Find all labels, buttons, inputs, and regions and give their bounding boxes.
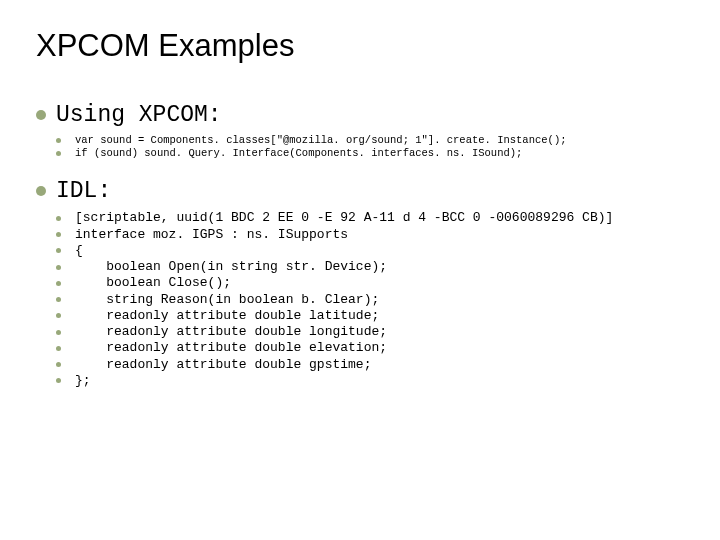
section-heading: IDL:	[56, 178, 111, 204]
code-line: readonly attribute double elevation;	[56, 340, 684, 356]
code-text: [scriptable, uuid(1 BDC 2 EE 0 -E 92 A-1…	[75, 210, 613, 226]
code-line: [scriptable, uuid(1 BDC 2 EE 0 -E 92 A-1…	[56, 210, 684, 226]
bullet-icon	[56, 248, 61, 253]
section-heading: Using XPCOM:	[56, 102, 222, 128]
code-text: {	[75, 243, 83, 259]
code-line: if (sound) sound. Query. Interface(Compo…	[56, 147, 684, 160]
code-line: {	[56, 243, 684, 259]
code-line: boolean Close();	[56, 275, 684, 291]
bullet-icon	[36, 186, 46, 196]
code-line: readonly attribute double gpstime;	[56, 357, 684, 373]
bullet-icon	[56, 232, 61, 237]
bullet-icon	[56, 265, 61, 270]
code-text: boolean Open(in string str. Device);	[75, 259, 387, 275]
bullet-icon	[56, 297, 61, 302]
code-text: readonly attribute double latitude;	[75, 308, 379, 324]
section-heading-row: Using XPCOM:	[36, 102, 684, 128]
bullet-icon	[56, 138, 61, 143]
code-text: readonly attribute double longitude;	[75, 324, 387, 340]
slide-title: XPCOM Examples	[36, 28, 684, 64]
code-text: readonly attribute double gpstime;	[75, 357, 371, 373]
bullet-icon	[56, 151, 61, 156]
code-block-idl: [scriptable, uuid(1 BDC 2 EE 0 -E 92 A-1…	[56, 210, 684, 389]
bullet-icon	[56, 313, 61, 318]
bullet-icon	[56, 330, 61, 335]
code-text: var sound = Components. classes["@mozill…	[75, 134, 566, 147]
code-line: interface moz. IGPS : ns. ISupports	[56, 227, 684, 243]
bullet-icon	[56, 346, 61, 351]
code-line: string Reason(in boolean b. Clear);	[56, 292, 684, 308]
code-text: string Reason(in boolean b. Clear);	[75, 292, 379, 308]
code-text: readonly attribute double elevation;	[75, 340, 387, 356]
code-text: boolean Close();	[75, 275, 231, 291]
section-heading-row: IDL:	[36, 178, 684, 204]
bullet-icon	[56, 378, 61, 383]
code-text: interface moz. IGPS : ns. ISupports	[75, 227, 348, 243]
code-line: readonly attribute double longitude;	[56, 324, 684, 340]
bullet-icon	[56, 216, 61, 221]
code-block-using: var sound = Components. classes["@mozill…	[56, 134, 684, 160]
bullet-icon	[56, 281, 61, 286]
code-text: };	[75, 373, 91, 389]
code-line: var sound = Components. classes["@mozill…	[56, 134, 684, 147]
bullet-icon	[36, 110, 46, 120]
code-text: if (sound) sound. Query. Interface(Compo…	[75, 147, 522, 160]
bullet-icon	[56, 362, 61, 367]
code-line: readonly attribute double latitude;	[56, 308, 684, 324]
code-line: };	[56, 373, 684, 389]
code-line: boolean Open(in string str. Device);	[56, 259, 684, 275]
